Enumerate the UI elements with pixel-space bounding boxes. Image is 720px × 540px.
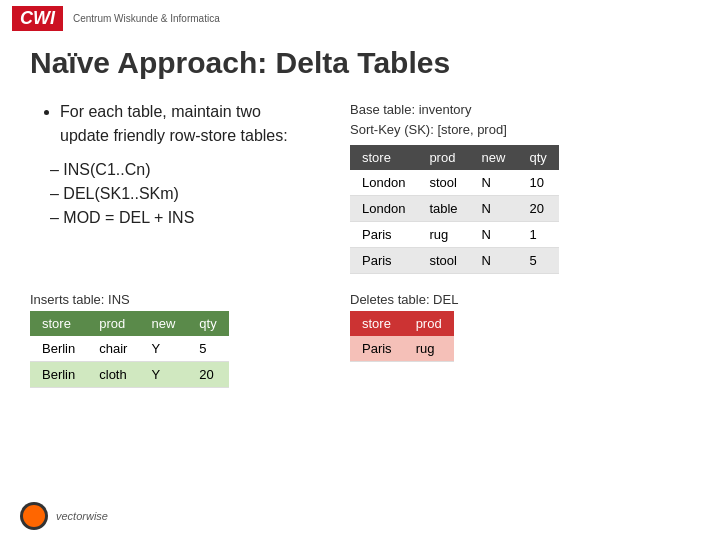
- inserts-block: Inserts table: INS store prod new qty Be…: [30, 292, 310, 402]
- vectorwise-logo: [20, 502, 48, 530]
- bottom-section: Inserts table: INS store prod new qty Be…: [0, 292, 720, 402]
- cell: 20: [187, 362, 228, 388]
- cell: N: [470, 222, 518, 248]
- footer: vectorwise: [20, 502, 108, 530]
- cell: Y: [139, 362, 187, 388]
- cell: 5: [187, 336, 228, 362]
- deletes-block: Deletes table: DEL store prod Paris rug: [350, 292, 690, 402]
- cell: Berlin: [30, 362, 87, 388]
- left-panel: For each table, maintain two update frie…: [30, 100, 310, 288]
- table-row: Paris rug: [350, 336, 454, 362]
- logo-inner: [23, 505, 45, 527]
- base-col-new: new: [470, 145, 518, 170]
- brand-name: vectorwise: [56, 510, 108, 522]
- cell: Paris: [350, 248, 417, 274]
- deletes-label: Deletes table: DEL: [350, 292, 690, 307]
- main-content: For each table, maintain two update frie…: [0, 100, 720, 288]
- cell: 5: [517, 248, 558, 274]
- sub-item-3: MOD = DEL + INS: [50, 206, 310, 230]
- inserts-label: Inserts table: INS: [30, 292, 310, 307]
- cell: chair: [87, 336, 139, 362]
- cell: 20: [517, 196, 558, 222]
- cell: stool: [417, 170, 469, 196]
- cell: London: [350, 170, 417, 196]
- right-panel: Base table: inventory Sort-Key (SK): [st…: [350, 100, 690, 288]
- cell: rug: [404, 336, 454, 362]
- base-col-qty: qty: [517, 145, 558, 170]
- sub-item-2: DEL(SK1..SKm): [50, 182, 310, 206]
- table-row: Paris stool N 5: [350, 248, 559, 274]
- cwi-logo: CWI: [12, 6, 63, 31]
- ins-col-qty: qty: [187, 311, 228, 336]
- base-table: store prod new qty London stool N 10 Lon…: [350, 145, 559, 274]
- cell: Paris: [350, 336, 404, 362]
- cell: cloth: [87, 362, 139, 388]
- cell: Y: [139, 336, 187, 362]
- base-col-prod: prod: [417, 145, 469, 170]
- cell: N: [470, 248, 518, 274]
- ins-header-row: store prod new qty: [30, 311, 229, 336]
- cell: stool: [417, 248, 469, 274]
- cell: table: [417, 196, 469, 222]
- main-bullet: For each table, maintain two update frie…: [60, 100, 310, 148]
- del-header-row: store prod: [350, 311, 454, 336]
- slide-title: Naïve Approach: Delta Tables: [0, 36, 720, 100]
- cell: 1: [517, 222, 558, 248]
- table-row: Berlin chair Y 5: [30, 336, 229, 362]
- sub-item-1: INS(C1..Cn): [50, 158, 310, 182]
- base-table-header-row: store prod new qty: [350, 145, 559, 170]
- table-row: London table N 20: [350, 196, 559, 222]
- cell: Berlin: [30, 336, 87, 362]
- table-row: Paris rug N 1: [350, 222, 559, 248]
- cell: rug: [417, 222, 469, 248]
- cell: London: [350, 196, 417, 222]
- base-table-label: Base table: inventory Sort-Key (SK): [st…: [350, 100, 690, 139]
- ins-col-prod: prod: [87, 311, 139, 336]
- inserts-table: store prod new qty Berlin chair Y 5 Berl…: [30, 311, 229, 388]
- cell: N: [470, 170, 518, 196]
- table-row: London stool N 10: [350, 170, 559, 196]
- cell: Paris: [350, 222, 417, 248]
- base-col-store: store: [350, 145, 417, 170]
- ins-col-store: store: [30, 311, 87, 336]
- del-col-prod: prod: [404, 311, 454, 336]
- table-row: Berlin cloth Y 20: [30, 362, 229, 388]
- cell: N: [470, 196, 518, 222]
- bullet-text: For each table, maintain two update frie…: [30, 100, 310, 230]
- org-name: Centrum Wiskunde & Informatica: [73, 13, 220, 24]
- deletes-table: store prod Paris rug: [350, 311, 454, 362]
- top-bar: CWI Centrum Wiskunde & Informatica: [0, 0, 720, 36]
- del-col-store: store: [350, 311, 404, 336]
- ins-col-new: new: [139, 311, 187, 336]
- cell: 10: [517, 170, 558, 196]
